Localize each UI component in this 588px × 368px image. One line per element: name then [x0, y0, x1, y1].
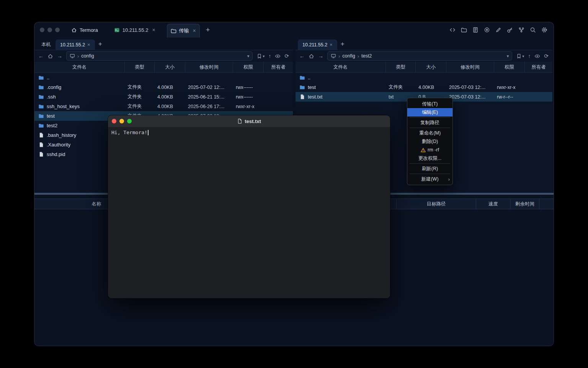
menu-item-rm-rf[interactable]: rm -rf: [407, 146, 452, 154]
forward-button[interactable]: →: [318, 53, 323, 59]
branch-icon[interactable]: [518, 27, 524, 33]
key-icon[interactable]: [507, 27, 513, 33]
menu-item-chmod[interactable]: 更改权限...: [407, 154, 452, 163]
desktop-background: Termora 10.211.55.2 × 传输 × +: [0, 0, 588, 368]
column-header-name[interactable]: 文件名: [34, 62, 124, 72]
editor-minimize-button[interactable]: [119, 119, 124, 123]
new-tab-button[interactable]: +: [206, 26, 210, 33]
editor-content[interactable]: Hi, Termora!: [108, 127, 390, 298]
zoom-window-button[interactable]: [55, 28, 60, 32]
column-header-type[interactable]: 类型: [124, 62, 154, 72]
column-header-mtime[interactable]: 修改时间: [446, 62, 494, 72]
app-home-tab[interactable]: Termora: [71, 27, 98, 33]
path-segment[interactable]: config: [81, 53, 94, 59]
menu-item-new[interactable]: 新建(W) ›: [407, 175, 452, 183]
upload-button[interactable]: ↑: [268, 53, 271, 59]
folder-icon[interactable]: [461, 27, 467, 33]
menu-item-delete[interactable]: 删除(D): [407, 137, 452, 146]
refresh-button[interactable]: ⟳: [544, 53, 549, 59]
path-segment[interactable]: test2: [361, 53, 372, 59]
add-panel-tab-button[interactable]: +: [337, 41, 348, 47]
chevron-down-icon[interactable]: ▾: [507, 54, 509, 59]
home-button[interactable]: [309, 53, 314, 59]
close-icon[interactable]: ×: [152, 27, 155, 33]
code-icon[interactable]: [449, 27, 456, 33]
forward-button[interactable]: →: [57, 53, 62, 59]
ssh-session-tab[interactable]: 10.211.55.2 ×: [110, 22, 159, 38]
tab-ssh-right[interactable]: 10.211.55.2 ×: [298, 39, 337, 50]
path-bar[interactable]: › config ▾: [66, 51, 253, 61]
menu-item-rename[interactable]: 重命名(M): [407, 129, 452, 137]
refresh-button[interactable]: ⟳: [284, 53, 289, 59]
tab-local[interactable]: 本机: [37, 39, 56, 50]
back-button[interactable]: ←: [38, 53, 44, 59]
menu-item-transfer[interactable]: 传输(T): [407, 100, 452, 108]
titlebar: Termora 10.211.55.2 × 传输 × +: [34, 22, 554, 38]
close-icon[interactable]: ×: [193, 28, 196, 33]
search-icon[interactable]: [530, 27, 536, 33]
chevron-right-icon: ›: [338, 53, 340, 59]
file-row[interactable]: ..: [296, 73, 552, 82]
close-window-button[interactable]: [40, 28, 44, 32]
menu-item-edit[interactable]: 编辑(E): [407, 108, 452, 117]
file-name: test: [308, 84, 316, 90]
column-header-owner[interactable]: 所有者: [263, 62, 293, 72]
close-icon[interactable]: ×: [330, 42, 333, 47]
chevron-right-icon: ›: [358, 53, 359, 59]
close-icon[interactable]: ×: [87, 42, 90, 47]
column-header-mtime[interactable]: 修改时间: [185, 62, 233, 72]
menu-item-copy-path[interactable]: 复制路径: [407, 118, 452, 127]
menu-separator: [410, 117, 450, 118]
path-bar[interactable]: › config › test2 ▾: [327, 51, 512, 61]
chevron-down-icon: ▾: [263, 54, 265, 58]
editor-titlebar[interactable]: test.txt: [108, 115, 390, 127]
transfer-column-eta[interactable]: 剩余时间: [510, 199, 539, 209]
file-mtime: 2025-07-03 12:...: [446, 94, 494, 100]
back-button[interactable]: ←: [299, 53, 305, 59]
file-size: 4.00KB: [415, 85, 446, 90]
file-size: 4.00KB: [154, 94, 185, 100]
editor-close-button[interactable]: [112, 119, 116, 123]
column-header-name[interactable]: 文件名: [296, 62, 385, 72]
path-segment[interactable]: config: [342, 53, 355, 59]
menu-item-refresh[interactable]: 刷新(R): [407, 164, 452, 173]
column-header-perm[interactable]: 权限: [494, 62, 524, 72]
file-row[interactable]: .config 文件夹 4.00KB 2025-07-02 12:... rwx…: [34, 82, 293, 92]
file-name: test2: [47, 123, 57, 128]
add-panel-tab-button[interactable]: +: [95, 41, 106, 47]
column-header-size[interactable]: 大小: [154, 62, 185, 72]
chevron-down-icon[interactable]: ▾: [247, 54, 250, 59]
menu-separator: [410, 174, 450, 174]
transfer-column-speed[interactable]: 速度: [476, 199, 510, 209]
pencil-icon[interactable]: [495, 27, 501, 33]
column-header-type[interactable]: 类型: [385, 62, 415, 72]
record-icon[interactable]: [484, 27, 490, 33]
editor-title: test.txt: [245, 118, 261, 124]
file-row[interactable]: test 文件夹 4.00KB 2025-07-03 12:... rwxr-x…: [296, 82, 552, 92]
file-row[interactable]: ..: [34, 73, 293, 82]
editor-zoom-button[interactable]: [127, 119, 132, 123]
eye-icon[interactable]: [534, 53, 540, 59]
file-mtime: 2025-07-02 12:...: [185, 85, 233, 90]
termora-window: Termora 10.211.55.2 × 传输 × +: [34, 22, 554, 346]
file-row[interactable]: ssh_host_keys 文件夹 4.00KB 2025-06-26 17:.…: [34, 102, 293, 111]
file-icon: [38, 132, 44, 138]
upload-button[interactable]: ↑: [528, 53, 531, 59]
tab-ssh-left[interactable]: 10.211.55.2 ×: [56, 39, 95, 50]
document-icon[interactable]: [472, 27, 479, 33]
transfer-column-target[interactable]: 目标路径: [396, 199, 476, 209]
file-name: test: [47, 113, 55, 119]
folder-icon: [38, 104, 44, 109]
minimize-window-button[interactable]: [47, 28, 52, 32]
bookmark-button[interactable]: ▾: [516, 53, 524, 59]
column-header-owner[interactable]: 所有者: [524, 62, 552, 72]
transfer-tab[interactable]: 传输 ×: [167, 24, 200, 38]
bookmark-button[interactable]: ▾: [256, 53, 265, 59]
gear-icon[interactable]: [541, 27, 547, 33]
home-button[interactable]: [47, 53, 53, 59]
column-header-size[interactable]: 大小: [415, 62, 446, 72]
column-header-perm[interactable]: 权限: [233, 62, 263, 72]
file-name: sshd.pid: [47, 151, 65, 157]
file-row[interactable]: .ssh 文件夹 4.00KB 2025-06-21 15:... rwx---…: [34, 92, 293, 102]
eye-icon[interactable]: [275, 53, 281, 59]
